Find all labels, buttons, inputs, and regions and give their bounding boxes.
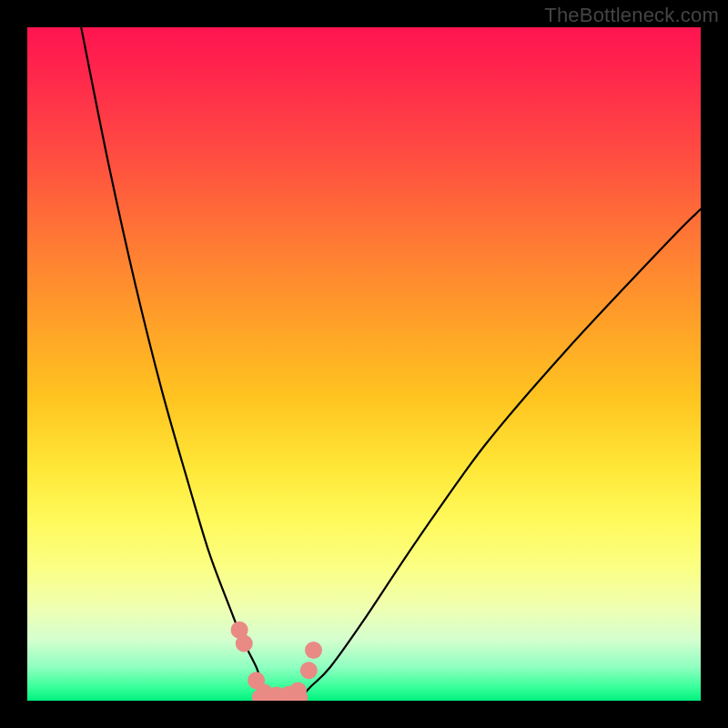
plot-area xyxy=(27,27,701,701)
marker-dot xyxy=(305,642,322,659)
watermark-text: TheBottleneck.com xyxy=(544,4,719,27)
bottleneck-curve xyxy=(81,27,701,701)
marker-dot xyxy=(289,682,307,699)
marker-dot xyxy=(300,662,318,679)
marker-dot xyxy=(236,635,253,652)
chart-svg xyxy=(27,27,701,701)
chart-frame: TheBottleneck.com xyxy=(0,0,728,728)
